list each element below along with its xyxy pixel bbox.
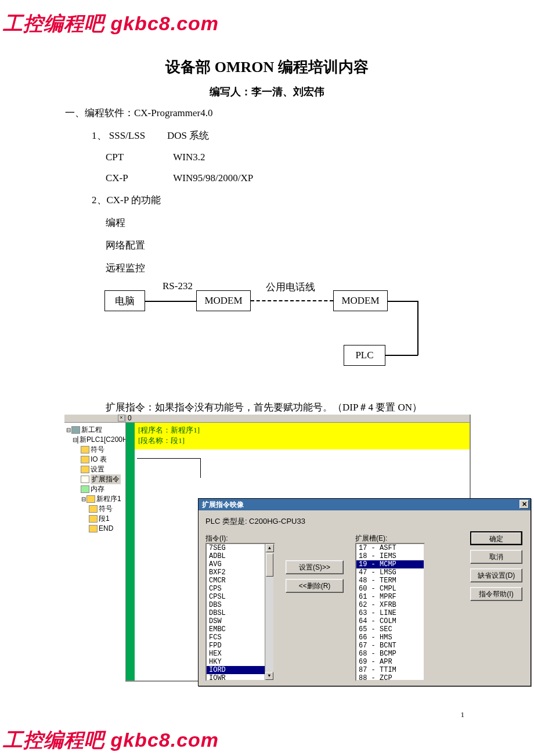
project-tree-pane: × ⊟新工程 ⊟新PLC1[C200HG] 下 符号 IO 表 设置 扩展指令 … [64, 415, 126, 682]
instruction-item[interactable]: EMBC [207, 625, 274, 633]
instruction-scrollbar[interactable]: ▲ ▼ [265, 544, 274, 680]
slot-item[interactable]: 48 - TERM [356, 577, 424, 585]
site-banner-top: 工控编程吧 gkbc8.com [3, 10, 219, 37]
software-3b: WIN95/98/2000/XP [173, 172, 253, 184]
tree-plc[interactable]: ⊟新PLC1[C200HG] 下 [66, 435, 125, 445]
sub-1: 1、 SSS/LSS DOS 系统 [65, 129, 253, 142]
slot-item[interactable]: 66 - HMS [356, 633, 424, 642]
edge-pc-modem1 [145, 301, 196, 302]
feature-1: 编程 [65, 216, 253, 229]
cancel-button[interactable]: 取消 [470, 550, 522, 564]
default-settings-button[interactable]: 缺省设置(D) [470, 568, 522, 582]
slot-item[interactable]: 69 - APR [356, 658, 424, 666]
banner-line-1: [程序名：新程序1] [138, 425, 466, 435]
slot-item[interactable]: 60 - CMPL [356, 585, 424, 593]
software-row-3: CX-P WIN95/98/2000/XP [65, 172, 253, 184]
tree-item-symbols[interactable]: 符号 [66, 445, 125, 455]
node-modem1: MODEM [196, 290, 251, 311]
dialog-instruction-label: 指令(I): [205, 534, 228, 543]
network-diagram: RS-232 公用电话线 电脑 MODEM MODEM PLC [104, 279, 430, 383]
dialog-plc-type: PLC 类型是: C200HG-CPU33 [205, 516, 524, 527]
instruction-item[interactable]: BXF2 [207, 568, 274, 577]
edge-modem2-a [388, 301, 418, 302]
tree-item-io[interactable]: IO 表 [66, 455, 125, 465]
slot-item[interactable]: 87 - TTIM [356, 666, 424, 674]
feature-2: 网络配置 [65, 239, 253, 252]
sub-2: 2、CX-P 的功能 [65, 193, 253, 207]
instruction-item[interactable]: HKY [207, 658, 274, 666]
slot-listbox[interactable]: 17 - ASFT18 - IEMS19 - MCMP47 - LMSG48 -… [355, 543, 425, 681]
slot-item[interactable]: 19 - MCMP [356, 560, 424, 568]
instruction-item[interactable]: IORD [207, 666, 274, 674]
edge-modem2-b [417, 301, 418, 355]
instruction-item[interactable]: CMCR [207, 577, 274, 585]
slot-item[interactable]: 61 - MPRF [356, 593, 424, 601]
section-1: 一、编程软件：CX-Programmer4.0 1、 SSS/LSS DOS 系… [65, 106, 253, 275]
tree-close-icon[interactable]: × [118, 415, 125, 422]
feature-3: 远程监控 [65, 261, 253, 275]
slot-item[interactable]: 88 - ZCP [356, 674, 424, 681]
banner-line-2: [段名称：段1] [138, 435, 466, 446]
page-title: 设备部 OMRON 编程培训内容 [0, 57, 534, 77]
scroll-up-icon[interactable]: ▲ [266, 544, 274, 552]
node-plc: PLC [344, 345, 385, 366]
instruction-item[interactable]: FPD [207, 642, 274, 650]
instruction-item[interactable]: ADBL [207, 552, 274, 560]
instruction-item[interactable]: HEX [207, 650, 274, 658]
slot-item[interactable]: 67 - BCNT [356, 642, 424, 650]
dialog-titlebar: 扩展指令映像 ✕ [199, 499, 531, 510]
slot-item[interactable]: 18 - IEMS [356, 552, 424, 560]
slot-item[interactable]: 63 - LINE [356, 609, 424, 617]
ladder-cell [137, 458, 201, 478]
instruction-item[interactable]: CPS [207, 585, 274, 593]
slot-item[interactable]: 65 - SEC [356, 625, 424, 633]
page-number: 1 [461, 710, 465, 719]
tree-prog-end[interactable]: END [66, 524, 125, 534]
edge-modem1-modem2 [251, 300, 333, 301]
tree-program[interactable]: ⊟新程序1 [66, 494, 125, 504]
instruction-item[interactable]: DSW [207, 617, 274, 625]
instruction-item[interactable]: FCS [207, 633, 274, 642]
section-1-heading: 一、编程软件：CX-Programmer4.0 [65, 106, 253, 120]
ok-button[interactable]: 确定 [470, 531, 522, 545]
delete-button[interactable]: <<删除(R) [286, 579, 344, 593]
tree-titlebar: × [64, 415, 125, 423]
help-button[interactable]: 指令帮助(I) [470, 587, 522, 601]
extension-note: 扩展指令：如果指令没有功能号，首先要赋功能号。（DIP＃4 要置 ON） [106, 401, 422, 414]
slot-item[interactable]: 47 - LMSG [356, 568, 424, 577]
dialog-close-button[interactable]: ✕ [519, 500, 529, 509]
set-button[interactable]: 设置(S)>> [286, 560, 344, 574]
slot-item[interactable]: 62 - XFRB [356, 601, 424, 609]
software-row-2: CPT WIN3.2 [65, 152, 253, 163]
slot-item[interactable]: 17 - ASFT [356, 544, 424, 552]
instruction-listbox[interactable]: 7SEGADBLAVGBXF2CMCRCPSCPSLDBSDBSLDSWEMBC… [205, 543, 275, 681]
software-2b: WIN3.2 [173, 152, 205, 163]
instruction-item[interactable]: DBSL [207, 609, 274, 617]
software-1a: SSS/LSS [109, 130, 165, 142]
tree-prog-sym[interactable]: 符号 [66, 504, 125, 514]
instruction-item[interactable]: AVG [207, 560, 274, 568]
cxp-screenshot: 0 × ⊟新工程 ⊟新PLC1[C200HG] 下 符号 IO 表 设置 扩展指… [64, 415, 471, 682]
node-modem2: MODEM [333, 290, 388, 311]
edge-label-phone: 公用电话线 [266, 280, 315, 294]
ladder-gutter [126, 423, 135, 681]
tree-item-ext[interactable]: 扩展指令 [66, 474, 125, 484]
tree-item-memory[interactable]: 内存 [66, 484, 125, 494]
slot-item[interactable]: 64 - COLM [356, 617, 424, 625]
scroll-down-icon[interactable]: ▼ [265, 672, 273, 680]
software-2a: CPT [106, 152, 171, 163]
instruction-item[interactable]: 7SEG [207, 544, 274, 552]
software-3a: CX-P [106, 172, 171, 184]
scroll-thumb[interactable] [266, 553, 273, 577]
program-banner: [程序名：新程序1] [段名称：段1] [135, 423, 470, 449]
node-pc: 电脑 [104, 290, 145, 311]
instruction-item[interactable]: DBS [207, 601, 274, 609]
ladder-pane: [程序名：新程序1] [段名称：段1] 扩展指令映像 ✕ PLC 类型是: C2… [126, 423, 470, 681]
instruction-item[interactable]: CPSL [207, 593, 274, 601]
dialog-title-text: 扩展指令映像 [202, 501, 244, 509]
tree-root[interactable]: ⊟新工程 [66, 425, 125, 435]
slot-item[interactable]: 68 - BCMP [356, 650, 424, 658]
instruction-item[interactable]: IOWR [207, 674, 274, 681]
tree-prog-seg1[interactable]: 段1 [66, 514, 125, 524]
tree-item-settings[interactable]: 设置 [66, 465, 125, 474]
